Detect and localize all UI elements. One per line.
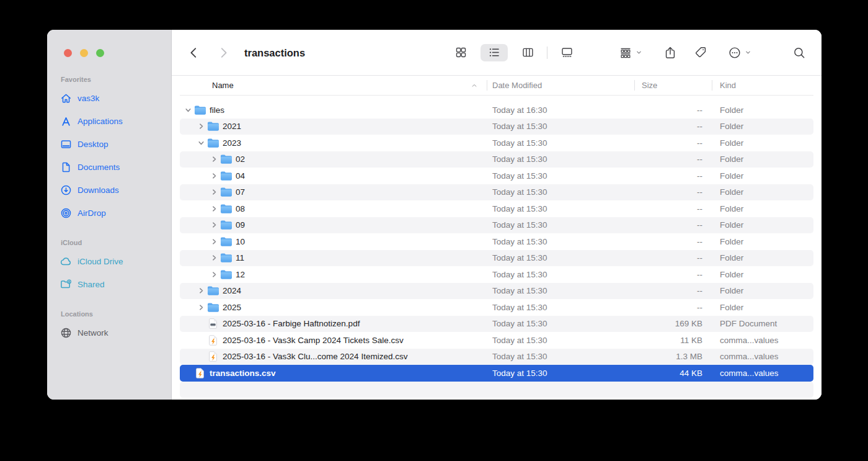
disclosure-chevron-icon[interactable]: [197, 320, 205, 328]
row-name: 2024: [223, 286, 241, 295]
sidebar-section: Locations Network: [60, 310, 165, 344]
sidebar-item-downloads[interactable]: Downloads: [60, 179, 165, 202]
list-view-button[interactable]: [480, 44, 508, 61]
disclosure-chevron-icon[interactable]: [184, 105, 192, 114]
home-icon: [60, 92, 72, 104]
sidebar-item-vas3k[interactable]: vas3k: [60, 87, 165, 110]
sidebar-section-title: Favorites: [61, 76, 165, 83]
column-header-name[interactable]: Name: [180, 76, 487, 95]
row-2023[interactable]: 2023 Today at 15:30 -- Folder: [180, 135, 813, 151]
row-date-modified: Today at 15:30: [487, 204, 634, 213]
csv-file-icon: [207, 335, 219, 346]
file-list: files Today at 16:30 -- Folder 2021 Toda…: [172, 96, 822, 398]
row-02[interactable]: 02 Today at 15:30 -- Folder: [180, 151, 813, 168]
row-size: --: [634, 187, 712, 197]
grid-view-icon: [454, 46, 467, 59]
row-date-modified: Today at 15:30: [487, 237, 634, 246]
row-2025-03-16-vas3k-clu-come-2024-itemized-csv[interactable]: 2025-03-16 - Vas3k Clu...come 2024 Itemi…: [180, 349, 813, 365]
row-name: 08: [236, 204, 245, 213]
row-name: 10: [236, 237, 245, 246]
empty-row: [180, 382, 813, 398]
row-04[interactable]: 04 Today at 15:30 -- Folder: [180, 168, 813, 184]
folder-icon: [220, 236, 232, 247]
column-header-size[interactable]: Size: [634, 76, 712, 95]
disclosure-chevron-icon[interactable]: [210, 188, 218, 197]
zoom-button[interactable]: [96, 49, 104, 57]
row-2024[interactable]: 2024 Today at 15:30 -- Folder: [180, 283, 813, 300]
row-2025-03-16-vas3k-camp-2024-tickets-sale-csv[interactable]: 2025-03-16 - Vas3k Camp 2024 Tickets Sal…: [180, 332, 813, 349]
row-date-modified: Today at 15:30: [487, 369, 634, 378]
download-icon: [60, 184, 72, 196]
row-date-modified: Today at 15:30: [487, 253, 634, 262]
finder-window: Favorites vas3k Applications Desktop Doc…: [47, 30, 822, 400]
row-2021[interactable]: 2021 Today at 15:30 -- Folder: [180, 119, 813, 135]
list-view-icon: [488, 46, 501, 59]
disclosure-chevron-icon[interactable]: [197, 138, 205, 147]
row-name: 04: [236, 171, 245, 181]
row-07[interactable]: 07 Today at 15:30 -- Folder: [180, 184, 813, 201]
disclosure-chevron-icon[interactable]: [197, 303, 205, 311]
folder-icon: [194, 105, 206, 115]
group-by-button[interactable]: [613, 44, 648, 61]
row-09[interactable]: 09 Today at 15:30 -- Folder: [180, 217, 813, 234]
row-date-modified: Today at 15:30: [487, 122, 634, 131]
disclosure-chevron-icon[interactable]: [210, 270, 218, 279]
group-by-icon: [619, 46, 632, 60]
row-files[interactable]: files Today at 16:30 -- Folder: [180, 102, 813, 119]
sidebar-item-network[interactable]: Network: [60, 321, 165, 344]
csv-file-icon: [194, 368, 206, 378]
icon-view-button[interactable]: [447, 44, 474, 61]
row-2025[interactable]: 2025 Today at 15:30 -- Folder: [180, 299, 813, 316]
row-transactions-csv[interactable]: transactions.csv Today at 15:30 44 KB co…: [180, 365, 813, 382]
disclosure-chevron-icon[interactable]: [210, 155, 218, 164]
row-2025-03-16-farbige-haftnotizen-pdf[interactable]: 2025-03-16 - Farbige Haftnotizen.pdf Tod…: [180, 316, 813, 333]
disclosure-chevron-icon[interactable]: [210, 237, 218, 246]
forward-button[interactable]: [216, 44, 231, 61]
disclosure-chevron-icon[interactable]: [210, 171, 218, 180]
column-header-date-modified[interactable]: Date Modified: [487, 76, 634, 95]
search-button[interactable]: [790, 44, 808, 61]
row-08[interactable]: 08 Today at 15:30 -- Folder: [180, 200, 813, 217]
close-button[interactable]: [64, 49, 72, 57]
column-view-button[interactable]: [514, 44, 541, 61]
folder-icon: [207, 302, 219, 313]
row-date-modified: Today at 15:30: [487, 352, 634, 361]
sidebar-item-documents[interactable]: Documents: [60, 156, 165, 179]
more-options-button[interactable]: [726, 44, 753, 61]
disclosure-chevron-icon[interactable]: [210, 254, 218, 262]
disclosure-chevron-icon[interactable]: [197, 287, 205, 295]
row-11[interactable]: 11 Today at 15:30 -- Folder: [180, 250, 813, 267]
row-name: 07: [236, 187, 245, 197]
share-button[interactable]: [662, 44, 679, 61]
sidebar-item-shared[interactable]: Shared: [60, 273, 165, 296]
disclosure-chevron-icon[interactable]: [197, 122, 205, 131]
tags-button[interactable]: [693, 44, 710, 61]
sidebar-section: iCloud iCloud Drive Shared: [60, 239, 165, 296]
minimize-button[interactable]: [80, 49, 88, 57]
row-size: 1.3 MB: [634, 352, 712, 361]
disclosure-chevron-icon[interactable]: [184, 369, 192, 377]
row-date-modified: Today at 16:30: [487, 105, 634, 115]
row-12[interactable]: 12 Today at 15:30 -- Folder: [180, 266, 813, 283]
sidebar-item-desktop[interactable]: Desktop: [60, 133, 165, 156]
disclosure-chevron-icon[interactable]: [210, 221, 218, 230]
folder-icon: [207, 285, 219, 296]
sidebar: Favorites vas3k Applications Desktop Doc…: [47, 30, 172, 400]
disclosure-chevron-icon[interactable]: [210, 204, 218, 213]
row-name: files: [210, 105, 224, 115]
sidebar-item-icloud-drive[interactable]: iCloud Drive: [60, 250, 165, 273]
disclosure-chevron-icon[interactable]: [197, 352, 205, 361]
tag-icon: [694, 46, 708, 60]
row-kind: Folder: [712, 138, 813, 148]
row-10[interactable]: 10 Today at 15:30 -- Folder: [180, 233, 813, 250]
column-header-kind[interactable]: Kind: [712, 76, 813, 95]
disclosure-chevron-icon[interactable]: [197, 336, 205, 344]
sidebar-item-airdrop[interactable]: AirDrop: [60, 202, 165, 225]
back-button[interactable]: [187, 44, 202, 61]
sidebar-item-applications[interactable]: Applications: [60, 110, 165, 133]
gallery-view-button[interactable]: [553, 44, 580, 61]
sidebar-item-label: Applications: [78, 117, 123, 126]
row-kind: Folder: [712, 286, 813, 295]
sidebar-section-title: iCloud: [61, 239, 165, 246]
row-name: 2025: [223, 303, 241, 312]
